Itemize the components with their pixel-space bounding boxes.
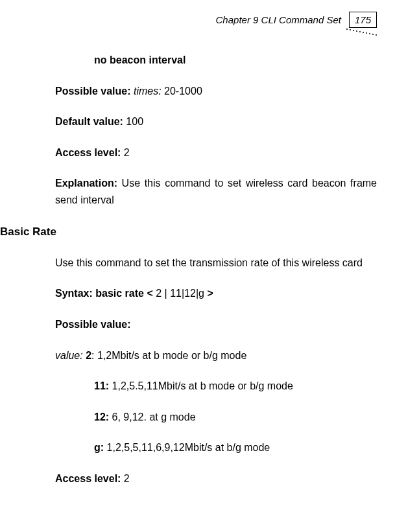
syntax-vals: 2 | 11|12|g [156,288,204,299]
access-level-val-2: 2 [124,473,130,484]
access-level-label-2: Access level: [55,473,124,484]
page-content: no beacon interval Possible value: times… [0,52,377,502]
possible-value-range: 20-1000 [162,86,202,97]
value-param: value: [55,350,83,361]
possible-value-heading: Possible value: [55,316,377,333]
value-2-line: value: 2: 1,2Mbit/s at b mode or b/g mod… [55,347,377,364]
default-value-label: Default value: [55,116,126,127]
default-value-val: 100 [126,116,143,127]
value-11-label: 11: [94,380,112,391]
value-g-line: g: 1,2,5,5,11,6,9,12Mbit/s at b/g mode [94,439,377,456]
syntax-close: > [204,288,213,299]
basic-rate-heading: Basic Rate [0,223,377,240]
explanation-line: Explanation: Use this command to set wir… [55,175,377,208]
command-title: no beacon interval [94,52,377,69]
explanation-label: Explanation: [55,178,122,189]
possible-value-line: Possible value: times: 20-1000 [55,83,377,100]
default-value-line: Default value: 100 [55,113,377,130]
access-level-line-2: Access level: 2 [55,470,377,487]
value-11-text: 1,2,5.5,11Mbit/s at b mode or b/g mode [112,380,293,391]
value-g-text: 1,2,5,5,11,6,9,12Mbit/s at b/g mode [107,442,270,453]
value-2-text: : 1,2Mbit/s at b mode or b/g mode [91,350,246,361]
dotted-trail [345,29,377,36]
access-level-label: Access level: [55,147,124,158]
chapter-title: Chapter 9 CLI Command Set [216,14,341,25]
value-12-text: 6, 9,12. at g mode [112,411,196,422]
possible-value-label: Possible value: [55,86,134,97]
syntax-label: Syntax: basic rate < [55,288,156,299]
possible-value-param: times: [134,86,162,97]
value-12-line: 12: 6, 9,12. at g mode [94,409,377,426]
basic-rate-desc: Use this command to set the transmission… [55,255,377,272]
value-2-label: 2 [83,350,91,361]
value-g-label: g: [94,442,107,453]
no-beacon-interval-text: no beacon interval [94,54,186,65]
syntax-line: Syntax: basic rate < 2 | 11|12|g > [55,285,377,302]
access-level-val: 2 [124,147,130,158]
value-12-label: 12: [94,411,112,422]
value-11-line: 11: 1,2,5.5,11Mbit/s at b mode or b/g mo… [94,378,377,395]
page-number: 175 [349,12,377,28]
access-level-line: Access level: 2 [55,145,377,161]
possible-value-2: Possible value: [55,319,131,330]
page-header: Chapter 9 CLI Command Set 175 [216,12,377,28]
